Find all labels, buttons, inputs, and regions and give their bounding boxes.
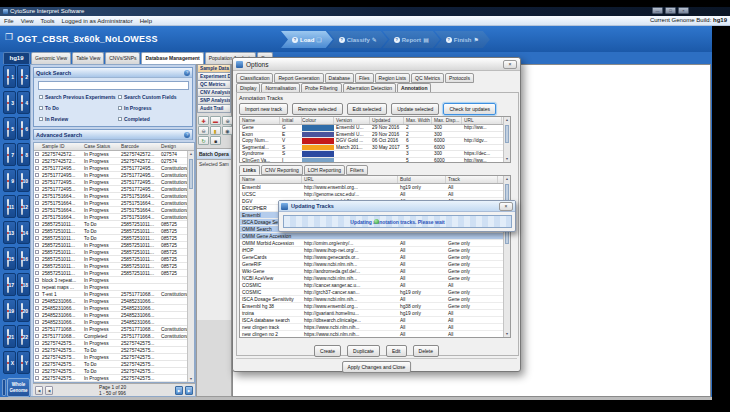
row-checkbox[interactable] [35, 292, 39, 296]
row-checkbox[interactable] [35, 250, 39, 254]
link-row[interactable]: troina http://gvarianti.homelinu... hg19… [240, 310, 510, 317]
prev-page-button[interactable]: ◀ [45, 386, 53, 395]
options-tab[interactable]: Classification [236, 73, 273, 83]
link-row[interactable]: COSMIC http://cancer.sanger.ac.u... All … [240, 282, 510, 289]
toolbar-button[interactable]: ▬ [210, 116, 221, 125]
row-checkbox[interactable] [35, 278, 39, 282]
menu-item[interactable]: File [4, 18, 14, 24]
checkbox-icon[interactable] [118, 95, 122, 99]
row-checkbox[interactable] [35, 348, 39, 352]
delete-button[interactable]: Delete [413, 345, 439, 357]
scroll-up-icon[interactable]: ▲ [188, 152, 194, 156]
link-row[interactable]: iHOP http://www.ihop-net.org/... All Gen… [240, 247, 510, 254]
track-action-button[interactable]: Edit selected [347, 103, 388, 115]
link-row[interactable]: OMIM Gene Accession [240, 233, 510, 240]
section-button[interactable]: QC Metrics [197, 81, 231, 89]
link-row[interactable]: GeneCards http://www.genecards.or... All… [240, 254, 510, 261]
chromosome-button[interactable]: 11 [3, 195, 16, 218]
workflow-step[interactable]: ? Classify ✎ [328, 31, 388, 48]
options-tab[interactable]: Report Generation [274, 73, 323, 83]
row-checkbox[interactable] [35, 159, 39, 163]
whole-genome-button[interactable]: Whole Genome [7, 378, 30, 397]
chromosome-button[interactable]: 16 [17, 247, 30, 270]
link-row[interactable]: OMIM Morbid Accession http://omim.org/en… [240, 240, 510, 247]
link-row[interactable]: NCBI AceView http://www.ncbi.nlm.nih... … [240, 275, 510, 282]
next-page-button[interactable]: ▶ [175, 386, 183, 395]
track-row[interactable]: ClinGen Va... I 5 6000 http://ww... [240, 158, 510, 164]
chromosome-button[interactable]: 22 [17, 325, 30, 348]
row-checkbox[interactable] [35, 180, 39, 184]
row-checkbox[interactable] [35, 173, 39, 177]
link-row[interactable]: Wiki-Gene http://andromeda.gsf.de/... Al… [240, 268, 510, 275]
column-barcode[interactable]: Barcode [119, 143, 159, 150]
maximize-button[interactable]: □ [665, 7, 676, 14]
checkbox-search-custom[interactable]: Search Custom Fields [118, 94, 177, 100]
chromosome-button[interactable]: X [3, 351, 16, 374]
links-sub-tab[interactable]: Links [239, 165, 260, 175]
options-tab[interactable]: Files [355, 73, 374, 83]
chromosome-button[interactable]: 20 [17, 299, 30, 322]
section-button[interactable]: CNV Analysis [197, 89, 231, 97]
link-row[interactable]: ISCA Dosage Sensitivity http://www.ncbi.… [240, 296, 510, 303]
checkbox-icon[interactable] [39, 106, 43, 110]
row-checkbox[interactable] [35, 271, 39, 275]
row-checkbox[interactable] [35, 222, 39, 226]
row-checkbox[interactable] [35, 320, 39, 324]
options-dialog-titlebar[interactable]: Options × [233, 58, 520, 71]
options-tab[interactable]: Database [325, 73, 354, 83]
checkbox-icon[interactable] [118, 106, 122, 110]
link-row[interactable]: new clingen no 2 https://www.ncbi.nlm.ni… [240, 331, 510, 338]
track-action-button[interactable]: Remove selected [292, 103, 343, 115]
main-tab[interactable]: Genomic View [31, 52, 71, 64]
links-sub-tab[interactable]: Filters [346, 165, 368, 175]
options-tab[interactable]: QC Metrics [411, 73, 444, 83]
row-checkbox[interactable] [35, 362, 39, 366]
section-button[interactable]: Sample Data [197, 65, 231, 73]
help-icon[interactable]: ? [394, 37, 400, 43]
chromosome-button[interactable]: 21 [3, 325, 16, 348]
create-button[interactable]: Create [314, 345, 341, 357]
row-checkbox[interactable] [35, 257, 39, 261]
chromosome-button[interactable]: 6 [17, 117, 30, 140]
workflow-step[interactable]: ? Load ❏ [281, 31, 333, 48]
popup-close-button[interactable]: × [499, 202, 513, 211]
sidebar-flap[interactable] [2, 379, 6, 396]
apply-changes-button[interactable]: Apply Changes and Close [342, 361, 412, 373]
scroll-down-icon[interactable]: ▼ [504, 157, 510, 161]
column-design[interactable]: Design [159, 143, 187, 150]
sample-table-scrollbar[interactable]: ▲ ▼ [187, 151, 194, 382]
help-icon[interactable]: ? [446, 37, 452, 43]
minimize-button[interactable]: — [652, 7, 663, 14]
link-row[interactable]: GeneRIF http://www.ncbi.nlm.nih... All G… [240, 261, 510, 268]
checkbox-in-review[interactable]: In Review [39, 116, 68, 122]
help-icon[interactable]: ? [184, 70, 190, 76]
toolbar-button[interactable]: ✚ [198, 116, 209, 125]
chromosome-button[interactable]: 5 [3, 117, 16, 140]
main-tab[interactable]: Database Management [141, 52, 203, 64]
help-icon[interactable]: ? [339, 37, 345, 43]
row-checkbox[interactable] [35, 334, 39, 338]
row-checkbox[interactable] [35, 229, 39, 233]
first-page-button[interactable]: ◀ [35, 386, 43, 395]
last-page-button[interactable]: ▶ [185, 386, 193, 395]
chromosome-button[interactable]: 8 [17, 143, 30, 166]
link-row[interactable]: UCSC http://genome.ucsc.edu/... All All [240, 191, 510, 198]
chromosome-button[interactable]: 19 [3, 299, 16, 322]
chromosome-button[interactable]: 14 [17, 221, 30, 244]
chromosome-button[interactable]: 13 [3, 221, 16, 244]
chromosome-button[interactable]: Y [17, 351, 30, 374]
chromosome-button[interactable]: 15 [3, 247, 16, 270]
scroll-down-icon[interactable]: ▼ [188, 377, 194, 381]
row-checkbox[interactable] [35, 341, 39, 345]
checkbox-search-previous[interactable]: Search Previous Experiments [39, 94, 116, 100]
chromosome-button[interactable]: 3 [3, 91, 16, 114]
row-checkbox[interactable] [35, 299, 39, 303]
row-checkbox[interactable] [35, 243, 39, 247]
options-tab[interactable]: Protocols [445, 73, 474, 83]
track-action-button[interactable]: Update selected [391, 103, 439, 115]
row-checkbox[interactable] [35, 208, 39, 212]
row-checkbox[interactable] [35, 201, 39, 205]
section-button[interactable]: Audit Trail [197, 105, 231, 113]
scroll-up-icon[interactable]: ▲ [504, 177, 510, 181]
row-checkbox[interactable] [35, 264, 39, 268]
